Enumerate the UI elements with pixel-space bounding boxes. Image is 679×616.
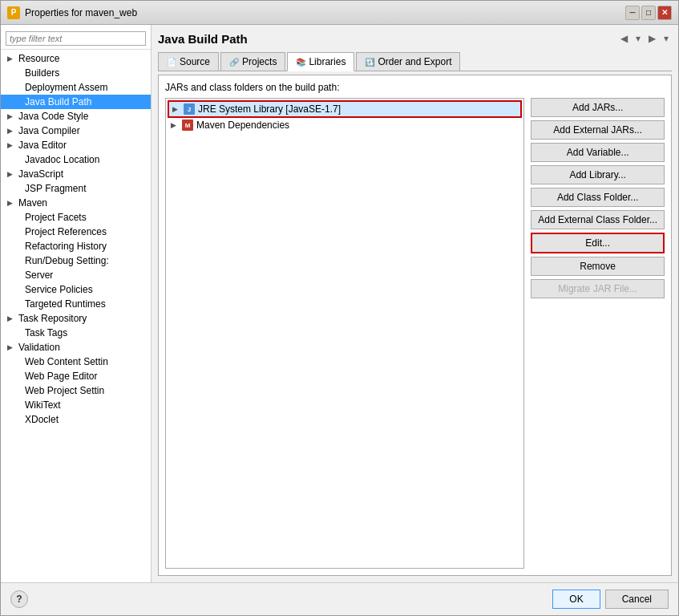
sidebar-item-label: Resource — [18, 53, 59, 64]
sidebar-item-label: Web Content Settin — [25, 356, 108, 367]
tab-icon: 📚 — [296, 58, 305, 67]
build-path-content: JARs and class folders on the build path… — [158, 75, 672, 576]
window-icon: P — [7, 6, 20, 19]
expand-arrow-icon: ▶ — [7, 314, 15, 322]
list-expand-arrow: ▶ — [171, 121, 179, 129]
tab-source[interactable]: 📄Source — [158, 52, 219, 71]
tab-projects[interactable]: 🔗Projects — [220, 52, 285, 71]
lib-icon: M — [182, 120, 193, 131]
sidebar-item[interactable]: Project Facets — [1, 210, 151, 225]
filter-input[interactable] — [6, 31, 146, 46]
sidebar-item[interactable]: ▶Java Compiler — [1, 124, 151, 138]
sidebar-items-container: ▶ResourceBuildersDeployment AssemJava Bu… — [1, 51, 151, 427]
cancel-button[interactable]: Cancel — [605, 590, 669, 609]
main-panel: Java Build Path ◀ ▾ ▶ ▾ 📄Source🔗Projects… — [152, 25, 678, 582]
sidebar-item[interactable]: ▶JavaScript — [1, 167, 151, 181]
close-button[interactable]: ✕ — [657, 6, 672, 20]
sidebar-item-label: Builders — [25, 67, 59, 79]
sidebar-item-label: Web Project Settin — [25, 385, 104, 396]
tab-icon: 🔃 — [365, 58, 374, 67]
titlebar-controls: ─ □ ✕ — [625, 6, 672, 20]
sidebar-item[interactable]: ▶Task Repository — [1, 311, 151, 326]
page-title: Java Build Path — [158, 32, 248, 46]
nav-dropdown-button[interactable]: ▾ — [633, 31, 644, 46]
action-button-add-external-jars---[interactable]: Add External JARs... — [531, 120, 665, 140]
action-button-add-variable---[interactable]: Add Variable... — [531, 143, 665, 162]
sidebar-item[interactable]: ▶Java Code Style — [1, 109, 151, 124]
sidebar-item[interactable]: Targeted Runtimes — [1, 297, 151, 311]
sidebar-item-label: JSP Fragment — [25, 183, 86, 194]
action-button-add-library---[interactable]: Add Library... — [531, 165, 665, 184]
expand-arrow-icon: ▶ — [7, 141, 15, 149]
titlebar-left: P Properties for maven_web — [7, 6, 137, 19]
build-path-list: ▶JJRE System Library [JavaSE-1.7]▶MMaven… — [165, 98, 524, 569]
sidebar-item-label: Project Facets — [25, 212, 87, 223]
sidebar-item-label: Java Compiler — [18, 125, 80, 136]
tab-libraries[interactable]: 📚Libraries — [287, 52, 354, 71]
minimize-button[interactable]: ─ — [625, 6, 640, 20]
content-area: ▶ResourceBuildersDeployment AssemJava Bu… — [1, 25, 678, 582]
sidebar-item[interactable]: Javadoc Location — [1, 152, 151, 167]
nav-forward-dropdown-button[interactable]: ▾ — [661, 31, 672, 46]
window-title: Properties for maven_web — [25, 7, 137, 18]
sidebar-item[interactable]: JSP Fragment — [1, 181, 151, 196]
sidebar-item[interactable]: Project References — [1, 225, 151, 239]
action-button-add-class-folder---[interactable]: Add Class Folder... — [531, 188, 665, 207]
action-button-add-jars---[interactable]: Add JARs... — [531, 98, 665, 117]
sidebar-item[interactable]: ▶Validation — [1, 340, 151, 355]
sidebar-item[interactable]: Web Content Settin — [1, 355, 151, 369]
tab-label: Libraries — [309, 56, 346, 67]
tab-label: Order and Export — [378, 56, 451, 67]
expand-arrow-icon: ▶ — [7, 127, 15, 135]
expand-arrow-icon: ▶ — [7, 112, 15, 120]
sidebar-item[interactable]: ▶Resource — [1, 51, 151, 66]
tab-label: Source — [180, 56, 210, 67]
maximize-button[interactable]: □ — [641, 6, 656, 20]
action-button-edit---[interactable]: Edit... — [531, 233, 665, 253]
sidebar-item[interactable]: ▶Java Editor — [1, 138, 151, 152]
sidebar-item[interactable]: Deployment Assem — [1, 80, 151, 95]
nav-forward-button[interactable]: ▶ — [645, 31, 659, 46]
build-path-label: JARs and class folders on the build path… — [165, 82, 665, 93]
tab-icon: 📄 — [167, 58, 176, 67]
tab-order-and-export[interactable]: 🔃Order and Export — [356, 52, 460, 71]
sidebar-item[interactable]: Task Tags — [1, 326, 151, 340]
lib-icon: J — [184, 103, 195, 115]
sidebar-item[interactable]: XDoclet — [1, 412, 151, 427]
list-item-label: JRE System Library [JavaSE-1.7] — [198, 103, 341, 115]
sidebar-item-label: Java Editor — [18, 140, 67, 151]
nav-back-button[interactable]: ◀ — [617, 31, 631, 46]
sidebar-item-label: Refactoring History — [25, 241, 107, 252]
sidebar-item-label: Javadoc Location — [25, 154, 99, 165]
sidebar-item[interactable]: Server — [1, 268, 151, 282]
sidebar-item[interactable]: WikiText — [1, 398, 151, 412]
sidebar-item-label: Java Code Style — [18, 111, 88, 122]
list-expand-arrow: ▶ — [172, 105, 180, 113]
sidebar-item-label: Service Policies — [25, 284, 93, 295]
sidebar-item[interactable]: ▶Maven — [1, 196, 151, 210]
sidebar-item-label: Java Build Path — [25, 96, 91, 107]
build-path-body: ▶JJRE System Library [JavaSE-1.7]▶MMaven… — [165, 98, 665, 569]
sidebar-item[interactable]: Service Policies — [1, 282, 151, 297]
sidebar-item-label: XDoclet — [25, 414, 59, 425]
footer-left: ? — [10, 590, 28, 608]
sidebar-item[interactable]: Run/Debug Setting: — [1, 253, 151, 268]
sidebar-item-label: Targeted Runtimes — [25, 298, 106, 310]
list-item[interactable]: ▶JJRE System Library [JavaSE-1.7] — [168, 100, 522, 118]
sidebar-item[interactable]: Builders — [1, 66, 151, 80]
list-item[interactable]: ▶MMaven Dependencies — [168, 118, 522, 132]
list-item-label: Maven Dependencies — [196, 120, 289, 131]
sidebar-item-label: WikiText — [25, 399, 61, 411]
action-button-remove[interactable]: Remove — [531, 257, 665, 276]
sidebar-item-label: Maven — [18, 197, 47, 209]
sidebar: ▶ResourceBuildersDeployment AssemJava Bu… — [1, 25, 152, 582]
help-button[interactable]: ? — [10, 590, 28, 608]
sidebar-item[interactable]: Web Page Editor — [1, 369, 151, 383]
sidebar-item[interactable]: Web Project Settin — [1, 383, 151, 398]
tab-bar: 📄Source🔗Projects📚Libraries🔃Order and Exp… — [158, 52, 672, 71]
nav-arrows: ◀ ▾ ▶ ▾ — [617, 31, 672, 46]
sidebar-item[interactable]: Refactoring History — [1, 239, 151, 253]
ok-button[interactable]: OK — [552, 590, 600, 609]
action-button-add-external-class-folder---[interactable]: Add External Class Folder... — [531, 210, 665, 229]
sidebar-item[interactable]: Java Build Path — [1, 95, 151, 109]
